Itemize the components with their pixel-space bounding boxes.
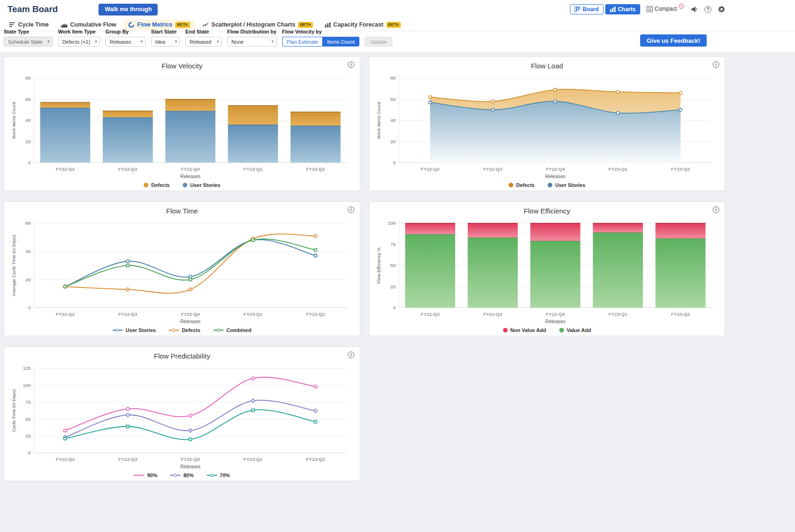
svg-text:80: 80 <box>391 75 396 80</box>
flow-load-chart[interactable]: 020406080Work Items CountFY22-Q2FY22-Q3F… <box>375 72 719 180</box>
flow-efficiency-chart[interactable]: 0255075100Flow Efficiency %FY22-Q2FY22-Q… <box>375 217 719 326</box>
chart-legend: Non Value AddValue Add <box>375 326 719 333</box>
chevron-down-icon: ▾ <box>175 39 177 44</box>
cycle-time-icon <box>9 22 15 27</box>
legend-label: Defects <box>182 327 200 333</box>
feedback-button[interactable]: Give us Feedback! <box>640 34 707 47</box>
scatterplot-icon <box>202 22 209 27</box>
svg-text:FY22-Q2: FY22-Q2 <box>56 457 75 462</box>
svg-text:20: 20 <box>391 139 396 144</box>
legend-label: 80% <box>183 472 193 478</box>
legend-item[interactable]: 80% <box>170 472 193 478</box>
svg-text:40: 40 <box>26 118 31 123</box>
items-count-button[interactable]: Items Count <box>322 37 359 47</box>
svg-text:Average Cycle Time (in Days): Average Cycle Time (in Days) <box>11 235 16 296</box>
chevron-down-icon: ▾ <box>140 39 143 44</box>
svg-text:0: 0 <box>393 160 396 165</box>
legend-item[interactable]: 90% <box>134 472 157 478</box>
svg-text:20: 20 <box>26 277 31 282</box>
beta-badge: BETA <box>175 22 190 28</box>
chevron-down-icon: ▾ <box>272 39 274 44</box>
update-button[interactable]: Update <box>365 37 392 47</box>
legend-marker <box>213 330 224 331</box>
chart-title: Flow Load <box>375 60 719 72</box>
megaphone-icon[interactable] <box>690 6 698 13</box>
legend-item[interactable]: User Stories <box>113 327 156 333</box>
legend-label: User Stories <box>126 327 156 333</box>
end-state-label: End State <box>186 29 222 34</box>
tab-label: Scatterplot / Histogram Charts <box>212 21 296 28</box>
legend-label: User Stories <box>555 182 585 188</box>
legend-label: Defects <box>151 182 170 188</box>
info-icon[interactable]: i <box>348 206 354 213</box>
legend-item[interactable]: Defects <box>169 327 200 333</box>
legend-label: Combined <box>226 327 252 333</box>
info-icon[interactable]: i <box>348 61 354 68</box>
info-icon[interactable]: i <box>713 206 719 213</box>
svg-text:60: 60 <box>26 97 31 102</box>
chart-legend: 90%80%70% <box>10 471 354 478</box>
flow-time-chart[interactable]: 0204060Average Cycle Time (in Days)FY22-… <box>10 217 354 326</box>
chart-title: Flow Velocity <box>10 60 354 72</box>
svg-text:Cycle Time (in Days): Cycle Time (in Days) <box>11 389 16 432</box>
charts-label: Charts <box>618 6 636 13</box>
flow-velocity-chart[interactable]: 020406080Work Items CountFY22-Q2FY22-Q3F… <box>10 72 354 180</box>
legend-item[interactable]: Defects <box>144 182 170 188</box>
info-icon[interactable]: i <box>713 61 719 68</box>
view-toggle: Board Charts <box>570 4 640 14</box>
panel-flow-velocity: Flow Velocity i 020406080Work Items Coun… <box>4 56 360 191</box>
tab-cycle-time[interactable]: Cycle Time <box>5 20 53 30</box>
svg-text:FY23-Q1: FY23-Q1 <box>244 457 263 462</box>
chevron-down-icon: ▾ <box>217 39 219 44</box>
tab-scatterplot-histogram[interactable]: Scatterplot / Histogram Charts BETA <box>198 20 318 30</box>
gear-icon[interactable] <box>718 6 725 13</box>
legend-label: User Stories <box>190 182 220 188</box>
tab-flow-metrics[interactable]: Flow Metrics BETA <box>124 20 194 30</box>
svg-text:FY23-Q2: FY23-Q2 <box>306 166 325 172</box>
flow-predictability-chart[interactable]: 0255075100125Cycle Time (in Days)FY22-Q2… <box>10 362 354 471</box>
legend-item[interactable]: 70% <box>207 472 230 478</box>
legend-marker <box>183 183 187 187</box>
state-type-select[interactable]: Schedule State ▾ <box>4 37 53 47</box>
capacity-forecast-icon <box>325 22 331 27</box>
charts-view-button[interactable]: Charts <box>605 4 640 14</box>
svg-text:100: 100 <box>388 220 396 226</box>
beta-badge: BETA <box>298 22 313 28</box>
svg-text:20: 20 <box>26 139 31 144</box>
help-icon[interactable]: ? <box>704 6 711 13</box>
svg-text:FY22-Q4: FY22-Q4 <box>181 312 200 317</box>
info-icon[interactable]: i <box>348 352 354 358</box>
svg-text:Work Items Count: Work Items Count <box>11 102 16 139</box>
flow-distribution-select[interactable]: None ▾ <box>227 37 277 47</box>
work-item-type-select[interactable]: Defects (+1) ▾ <box>58 37 100 47</box>
plan-estimate-button[interactable]: Plan Estimate <box>282 37 323 47</box>
panel-flow-efficiency: Flow Efficiency i 0255075100Flow Efficie… <box>369 201 725 336</box>
board-view-button[interactable]: Board <box>570 4 603 14</box>
svg-text:Releases: Releases <box>180 174 201 179</box>
start-state-select[interactable]: Idea ▾ <box>151 37 180 47</box>
legend-item[interactable]: Non Value Add <box>503 327 546 333</box>
end-state-select[interactable]: Released ▾ <box>186 37 222 47</box>
tab-label: Cumulative Flow <box>70 21 116 28</box>
walk-me-through-button[interactable]: Walk me through <box>99 4 158 15</box>
tab-label: Capacity Forecast <box>333 21 384 28</box>
compact-button[interactable]: Compact i <box>647 6 684 13</box>
page-title: Team Board <box>7 4 58 14</box>
legend-item[interactable]: User Stories <box>183 182 220 188</box>
svg-text:FY22-Q2: FY22-Q2 <box>56 166 75 172</box>
svg-text:75: 75 <box>26 399 31 405</box>
svg-text:25: 25 <box>26 433 31 439</box>
legend-item[interactable]: User Stories <box>548 182 585 188</box>
flow-velocity-by-label: Flow Velocity by <box>282 29 359 34</box>
svg-text:0: 0 <box>28 450 31 455</box>
tab-capacity-forecast[interactable]: Capacity Forecast BETA <box>320 20 405 30</box>
group-by-label: Group By <box>106 29 146 34</box>
tab-label: Flow Metrics <box>137 21 172 28</box>
legend-item[interactable]: Value Add <box>559 327 591 333</box>
legend-item[interactable]: Defects <box>509 182 535 188</box>
legend-item[interactable]: Combined <box>213 327 252 333</box>
group-by-select[interactable]: Releases ▾ <box>106 37 146 47</box>
start-state-label: Start State <box>151 29 180 34</box>
tab-cumulative-flow[interactable]: Cumulative Flow <box>56 20 121 30</box>
svg-text:60: 60 <box>26 220 31 226</box>
